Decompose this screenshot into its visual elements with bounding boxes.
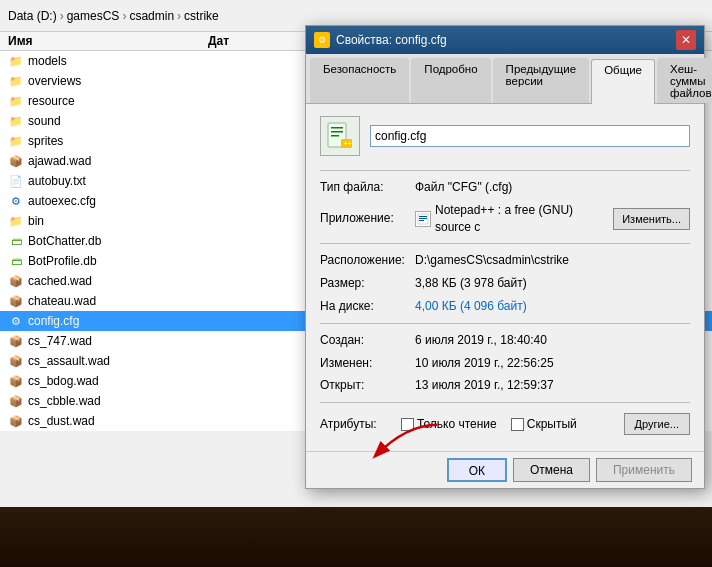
cancel-button[interactable]: Отмена: [513, 458, 590, 482]
wad-icon: 📦: [8, 413, 24, 429]
file-name-row: ++: [320, 116, 690, 156]
created-row: Создан: 6 июля 2019 г., 18:40:40: [320, 332, 690, 349]
modified-row: Изменен: 10 июля 2019 г., 22:56:25: [320, 355, 690, 372]
breadcrumb-part-1: Data (D:): [8, 9, 57, 23]
cfg-selected-icon: ⚙: [8, 313, 24, 329]
type-row: Тип файла: Файл "CFG" (.cfg): [320, 179, 690, 196]
wad-icon: 📦: [8, 393, 24, 409]
folder-icon: 📁: [8, 213, 24, 229]
db-icon: 🗃: [8, 233, 24, 249]
attr-label: Атрибуты:: [320, 417, 395, 431]
notepad-icon: [415, 211, 431, 227]
other-attributes-button[interactable]: Другие...: [624, 413, 690, 435]
attributes-row: Атрибуты: Только чтение Скрытый Другие..…: [320, 413, 690, 435]
db-icon: 🗃: [8, 253, 24, 269]
filename-input[interactable]: [370, 125, 690, 147]
folder-icon: 📁: [8, 133, 24, 149]
app-value: Notepad++ : a free (GNU) source c: [435, 202, 605, 236]
breadcrumb: Data (D:) › gamesCS › csadmin › cstrike: [8, 9, 219, 23]
disk-label: На диске:: [320, 298, 415, 315]
breadcrumb-part-4: cstrike: [184, 9, 219, 23]
readonly-checkbox-group: Только чтение: [401, 417, 497, 431]
location-label: Расположение:: [320, 252, 415, 269]
opened-row: Открыт: 13 июля 2019 г., 12:59:37: [320, 377, 690, 394]
dialog-titlebar: ⚙ Свойства: config.cfg ✕: [306, 26, 704, 54]
modified-label: Изменен:: [320, 355, 415, 372]
svg-rect-7: [419, 216, 427, 217]
modified-value: 10 июля 2019 г., 22:56:25: [415, 355, 554, 372]
dialog-body: ++ Тип файла: Файл "CFG" (.cfg) Приложен…: [306, 104, 704, 447]
tab-hash[interactable]: Хеш-суммы файлов: [657, 58, 712, 103]
size-value: 3,88 КБ (3 978 байт): [415, 275, 527, 292]
breadcrumb-part-3: csadmin: [129, 9, 174, 23]
location-value: D:\gamesCS\csadmin\cstrike: [415, 252, 569, 269]
change-app-button[interactable]: Изменить...: [613, 208, 690, 230]
properties-dialog: ⚙ Свойства: config.cfg ✕ Безопасность По…: [305, 25, 705, 489]
svg-rect-2: [331, 131, 343, 133]
svg-rect-1: [331, 127, 343, 129]
separator-4: [320, 402, 690, 403]
dialog-title-left: ⚙ Свойства: config.cfg: [314, 32, 447, 48]
folder-icon: 📁: [8, 93, 24, 109]
folder-icon: 📁: [8, 73, 24, 89]
svg-rect-3: [331, 135, 339, 137]
disk-row: На диске: 4,00 КБ (4 096 байт): [320, 298, 690, 315]
tab-security[interactable]: Безопасность: [310, 58, 409, 103]
opened-value: 13 июля 2019 г., 12:59:37: [415, 377, 554, 394]
dialog-footer: ОК Отмена Применить: [306, 451, 704, 488]
hidden-label: Скрытый: [527, 417, 577, 431]
folder-icon: 📁: [8, 53, 24, 69]
separator-1: [320, 170, 690, 171]
created-label: Создан:: [320, 332, 415, 349]
file-big-icon: ++: [320, 116, 360, 156]
close-button[interactable]: ✕: [676, 30, 696, 50]
col-header-name[interactable]: Имя: [8, 34, 208, 48]
tab-general[interactable]: Общие: [591, 59, 655, 104]
created-value: 6 июля 2019 г., 18:40:40: [415, 332, 547, 349]
wad-icon: 📦: [8, 373, 24, 389]
svg-rect-8: [419, 218, 427, 219]
wad-icon: 📦: [8, 293, 24, 309]
txt-icon: 📄: [8, 173, 24, 189]
breadcrumb-part-2: gamesCS: [67, 9, 120, 23]
dialog-tabs: Безопасность Подробно Предыдущие версии …: [306, 54, 704, 104]
folder-icon: 📁: [8, 113, 24, 129]
bottom-strip: [0, 507, 712, 567]
separator-3: [320, 323, 690, 324]
dialog-title-text: Свойства: config.cfg: [336, 33, 447, 47]
opened-label: Открыт:: [320, 377, 415, 394]
apply-button[interactable]: Применить: [596, 458, 692, 482]
wad-icon: 📦: [8, 333, 24, 349]
readonly-label: Только чтение: [417, 417, 497, 431]
hidden-checkbox[interactable]: [511, 418, 524, 431]
col-header-date[interactable]: Дат: [208, 34, 308, 48]
breadcrumb-sep-3: ›: [177, 9, 181, 23]
location-row: Расположение: D:\gamesCS\csadmin\cstrike: [320, 252, 690, 269]
disk-value: 4,00 КБ (4 096 байт): [415, 298, 527, 315]
wad-icon: 📦: [8, 273, 24, 289]
svg-rect-9: [419, 220, 424, 221]
type-label: Тип файла:: [320, 179, 415, 196]
size-row: Размер: 3,88 КБ (3 978 байт): [320, 275, 690, 292]
app-row: Приложение: Notepad++ : a free (GNU) sou…: [320, 202, 690, 236]
size-label: Размер:: [320, 275, 415, 292]
dialog-title-icon: ⚙: [314, 32, 330, 48]
separator-2: [320, 243, 690, 244]
wad-icon: 📦: [8, 353, 24, 369]
cfg-icon: ⚙: [8, 193, 24, 209]
tab-details[interactable]: Подробно: [411, 58, 490, 103]
hidden-checkbox-group: Скрытый: [511, 417, 577, 431]
breadcrumb-sep-2: ›: [122, 9, 126, 23]
svg-text:++: ++: [344, 140, 352, 147]
wad-icon: 📦: [8, 153, 24, 169]
app-label: Приложение:: [320, 210, 415, 227]
readonly-checkbox[interactable]: [401, 418, 414, 431]
ok-button[interactable]: ОК: [447, 458, 507, 482]
type-value: Файл "CFG" (.cfg): [415, 179, 512, 196]
tab-prev-versions[interactable]: Предыдущие версии: [493, 58, 590, 103]
breadcrumb-sep-1: ›: [60, 9, 64, 23]
